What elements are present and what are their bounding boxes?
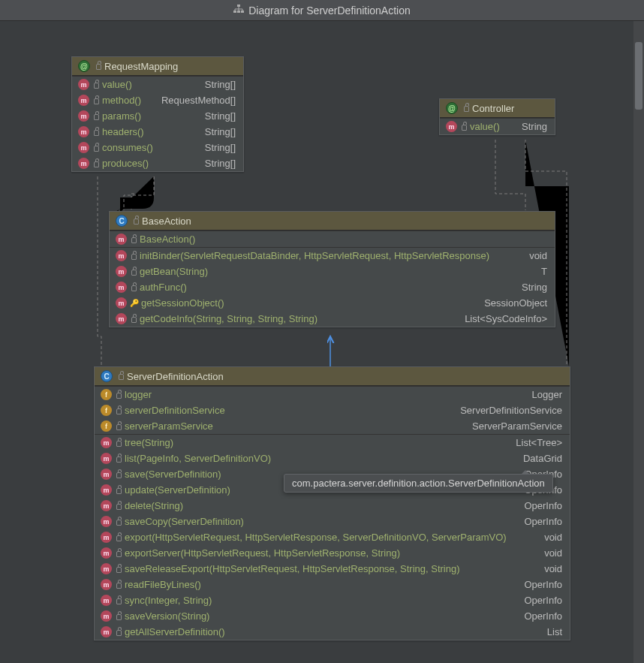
svg-rect-1 <box>233 11 236 13</box>
method-row: mreadFileByLines()OperInfo <box>95 577 570 592</box>
field-row: fserverParamServiceServerParamService <box>95 418 570 434</box>
method-icon: m <box>116 297 127 309</box>
class-request-mapping[interactable]: @ RequestMapping mvalue()String[] mmetho… <box>71 56 244 172</box>
class-name: RequestMapping <box>104 61 178 72</box>
lock-icon <box>464 106 469 112</box>
method-icon: m <box>101 516 112 527</box>
field-icon: f <box>101 389 112 400</box>
method-section: minitBinder(ServletRequestDataBinder, Ht… <box>110 247 555 327</box>
class-icon: C <box>116 215 128 227</box>
svg-rect-3 <box>241 11 244 13</box>
lock-icon <box>94 98 99 104</box>
method-section: mtree(String)List<Tree> mlist(PageInfo, … <box>95 434 570 640</box>
method-icon: m <box>101 453 112 464</box>
method-row: mgetCodeInfo(String, String, String, Str… <box>110 311 555 327</box>
class-name: ServerDefinitionAction <box>127 371 224 382</box>
method-row: msaveCopy(ServerDefinition)OperInfo <box>95 514 570 529</box>
method-row: mgetBean(String)T <box>110 264 555 279</box>
lock-icon <box>116 583 122 589</box>
class-name: Controller <box>472 103 514 114</box>
lock-icon <box>131 285 137 291</box>
field-icon: f <box>101 405 112 416</box>
class-header: C ServerDefinitionAction <box>95 367 570 386</box>
tooltip-text: com.pactera.server.definition.action.Ser… <box>292 478 545 489</box>
lock-icon <box>116 488 122 494</box>
method-icon: m <box>101 469 112 480</box>
lock-icon <box>119 374 124 380</box>
lock-icon <box>131 254 137 260</box>
method-row: mexport(HttpServletRequest, HttpServletR… <box>95 529 570 545</box>
class-controller[interactable]: @ Controller mvalue()String <box>439 98 555 135</box>
method-row: mparams()String[] <box>72 108 243 124</box>
method-icon: m <box>101 484 112 496</box>
constructor-section: mBaseAction() <box>110 231 555 247</box>
scrollbar-thumb[interactable] <box>635 42 642 110</box>
lock-icon <box>116 551 122 557</box>
method-row: mgetAllServerDefinition()List <box>95 624 570 640</box>
method-row: mBaseAction() <box>110 231 555 247</box>
method-icon: m <box>78 142 89 153</box>
method-section: mvalue()String[] mmethod()RequestMethod[… <box>72 76 243 171</box>
method-row: mconsumes()String[] <box>72 140 243 155</box>
field-section: floggerLogger fserverDefinitionServiceSe… <box>95 386 570 434</box>
lock-icon <box>134 218 139 225</box>
method-icon: m <box>101 626 112 637</box>
lock-icon <box>116 472 122 478</box>
method-icon: m <box>446 121 457 132</box>
lock-icon <box>116 393 122 399</box>
field-icon: f <box>101 420 112 432</box>
method-row: mvalue()String <box>440 119 555 134</box>
class-name: BaseAction <box>142 215 191 227</box>
lock-icon <box>116 441 122 447</box>
method-row: mproduces()String[] <box>72 155 243 171</box>
lock-icon <box>116 614 122 620</box>
method-icon: m <box>101 500 112 511</box>
lock-icon <box>94 161 99 167</box>
method-icon: m <box>116 313 127 324</box>
lock-icon <box>96 64 101 70</box>
method-icon: m <box>116 266 127 277</box>
method-icon: m <box>78 158 89 169</box>
method-row: mvalue()String[] <box>72 77 243 92</box>
method-icon: m <box>101 579 112 590</box>
annotation-icon: @ <box>78 60 90 72</box>
lock-icon <box>116 424 122 430</box>
class-icon: C <box>101 370 113 382</box>
method-icon: m <box>101 563 112 574</box>
class-server-definition-action[interactable]: C ServerDefinitionAction floggerLogger f… <box>94 366 570 640</box>
lock-icon <box>94 146 99 152</box>
lock-icon <box>116 504 122 510</box>
method-icon: m <box>101 547 112 559</box>
svg-rect-2 <box>237 11 240 13</box>
key-icon: 🔑 <box>130 299 139 307</box>
lock-icon <box>116 598 122 604</box>
method-icon: m <box>101 437 112 448</box>
method-row: mauthFunc()String <box>110 279 555 295</box>
method-icon: m <box>116 282 127 293</box>
method-row: mexportServer(HttpServletRequest, HttpSe… <box>95 545 570 561</box>
class-header: @ RequestMapping <box>72 57 243 76</box>
diagram-canvas[interactable]: @ RequestMapping mvalue()String[] mmetho… <box>0 21 644 663</box>
field-row: fserverDefinitionServiceServerDefinition… <box>95 402 570 418</box>
method-row: mtree(String)List<Tree> <box>95 435 570 451</box>
method-icon: m <box>78 110 89 122</box>
lock-icon <box>94 130 99 136</box>
method-icon: m <box>101 610 112 622</box>
class-header: C BaseAction <box>110 212 555 231</box>
lock-icon <box>131 317 137 323</box>
class-base-action[interactable]: C BaseAction mBaseAction() minitBinder(S… <box>109 211 555 327</box>
lock-icon <box>131 237 137 243</box>
method-row: minitBinder(ServletRequestDataBinder, Ht… <box>110 248 555 264</box>
method-row: msaveVersion(String)OperInfo <box>95 608 570 624</box>
method-icon: m <box>116 250 127 261</box>
lock-icon <box>94 114 99 120</box>
lock-icon <box>116 520 122 526</box>
vertical-scrollbar[interactable] <box>633 21 644 663</box>
method-row: msync(Integer, String)OperInfo <box>95 592 570 608</box>
lock-icon <box>116 457 122 463</box>
lock-icon <box>462 125 467 131</box>
annotation-icon: @ <box>446 102 458 114</box>
method-row: mmethod()RequestMethod[] <box>72 92 243 108</box>
method-icon: m <box>116 234 127 245</box>
method-row: m🔑getSessionObject()SessionObject <box>110 295 555 311</box>
